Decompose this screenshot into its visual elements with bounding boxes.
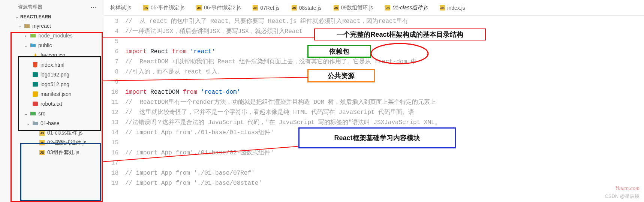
tab-label: 08state.js [299,5,322,11]
js-icon: JS [143,5,148,10]
file-label: manifest.json [40,91,71,97]
file-logo192[interactable]: logo192.png [0,70,104,79]
explorer-title: 资源管理器 [18,4,42,10]
js-icon: JS [440,5,445,10]
code-line [125,77,644,87]
folder-label: public [38,42,52,48]
file-label: 01-class组件.js [47,130,82,136]
code-line: //引入的，而不是从 react 引入。 [125,67,644,77]
svg-rect-1 [33,82,38,87]
js-icon: JS [39,150,45,156]
tab-label: 09数组循环.js [341,4,373,11]
js-icon: JS [253,5,258,10]
code-line: import React from 'react' [125,47,644,57]
chevron-down-icon: ⌄ [23,112,28,116]
js-icon: JS [334,5,339,10]
robot-icon [32,101,38,107]
tab-bar: 构样试.js JS05-事件绑定.js JS06-事件绑定2.js JS07Re… [104,0,644,16]
file-label: index.html [40,62,64,68]
folder-label: src [38,111,45,117]
folder-icon [30,33,36,39]
more-icon[interactable]: ··· [91,4,97,10]
folder-icon [30,111,36,117]
tab-1[interactable]: JS05-事件绑定.js [137,0,190,15]
code-line [125,158,644,168]
code-line [125,138,644,148]
js-icon: JS [292,5,297,10]
folder-myreact[interactable]: ⌄ myreact [0,21,104,31]
code-line: // 这里就比较奇怪了，它并不是一个字符串，看起来像是纯 HTML 代码写在 J… [125,108,644,118]
code-line: //一种语法叫JSX，稍后会讲到JSX，要写JSX，就必须引入React [125,27,644,37]
csdn-credit: CSDN @星辰镜 [605,193,640,200]
folder-label: node_modules [38,33,73,39]
file-03-nest[interactable]: JS 03组件套娃.js [0,148,104,157]
tab-5[interactable]: JS09数组循环.js [328,0,379,15]
file-favicon[interactable]: ★ favicon.ico [0,50,104,60]
file-label: favicon.ico [40,52,65,58]
code-line: // 从 react 的包中引入了 React。只要你要写 React.js 组… [125,16,644,27]
tab-label: 01-class组件.js [392,4,428,11]
code-line: // import App from'./01-base/01-class组件' [125,128,644,138]
tab-label: 07Ref.js [260,5,279,11]
folder-01-base[interactable]: ⌄ 01-base [0,118,104,128]
tab-label: 构样试.js [110,4,131,11]
code-line [125,37,644,47]
file-label: robots.txt [40,101,62,107]
file-robots[interactable]: robots.txt [0,99,104,109]
file-index-html[interactable]: index.html [0,60,104,70]
project-name: REACTLEARN [20,14,51,19]
tab-3[interactable]: JS07Ref.js [247,0,285,15]
code-line: // import App from'./01-base/02-函数式组件' [125,148,644,158]
js-icon: JS [39,130,45,136]
folder-icon [30,42,36,48]
code-line: // import App from './01-base/07Ref' [125,168,644,178]
tab-label: index.js [447,5,465,11]
html-icon [32,62,38,68]
editor-area: 构样试.js JS05-事件绑定.js JS06-事件绑定2.js JS07Re… [104,0,644,202]
tab-4[interactable]: JS08state.js [286,0,328,15]
file-label: 02-函数式组件.js [47,139,86,146]
file-02-func[interactable]: JS 02-函数式组件.js [0,138,104,148]
tab-0[interactable]: 构样试.js [104,0,137,15]
code-line: // import App from './01-base/08state' [125,178,644,189]
file-label: logo512.png [40,81,69,87]
js-icon: JS [196,5,202,10]
chevron-down-icon: ⌄ [23,43,28,48]
tab-label: 06-事件绑定2.js [204,4,241,11]
folder-label: 01-base [40,120,60,126]
folder-icon [24,23,30,29]
svg-rect-3 [33,102,38,106]
tab-2[interactable]: JS06-事件绑定2.js [190,0,247,15]
svg-rect-0 [33,72,38,77]
code-editor[interactable]: 345678910111213141516171819 // 从 react 的… [104,16,644,202]
project-root[interactable]: ⌄ REACTLEARN [0,13,104,21]
file-01-class[interactable]: JS 01-class组件.js [0,128,104,138]
js-icon: JS [385,5,390,10]
folder-label: myreact [32,23,51,29]
line-gutter: 345678910111213141516171819 [104,16,125,202]
folder-public[interactable]: ⌄ public [0,40,104,50]
file-logo512[interactable]: logo512.png [0,79,104,89]
image-icon [32,72,38,78]
code-content: // 从 react 的包中引入了 React。只要你要写 React.js 组… [125,16,644,202]
watermark: Yuucn.com [615,185,640,192]
code-line: // ReactDOM 可以帮助我们把 React 组件渲染到页面上去，没有其它… [125,57,644,67]
folder-src[interactable]: ⌄ src [0,109,104,118]
chevron-down-icon: ⌄ [15,15,19,19]
code-line: // ReactDOM里有一个render方法，功能就是把组件渲染并且构造 DO… [125,97,644,108]
explorer-sidebar: 资源管理器 ··· ⌄ REACTLEARN ⌄ myreact › node_… [0,0,104,202]
chevron-down-icon: ⌄ [17,24,22,28]
code-line: //法错误吗？这并不是合法的 JavaScript 代码，"在 JavaScri… [125,118,644,128]
folder-node-modules[interactable]: › node_modules [0,31,104,40]
file-label: 03组件套娃.js [47,149,79,156]
chevron-right-icon: › [23,34,28,38]
tab-6[interactable]: JS01-class组件.js [379,0,434,15]
tab-label: 05-事件绑定.js [151,4,184,11]
svg-rect-2 [33,91,38,97]
code-line: import ReactDOM from 'react-dom' [125,87,644,97]
chevron-down-icon: ⌄ [25,121,31,126]
file-manifest[interactable]: manifest.json [0,89,104,99]
tab-7[interactable]: JSindex.js [434,0,471,15]
image-icon [32,81,38,87]
file-label: logo192.png [40,72,69,78]
